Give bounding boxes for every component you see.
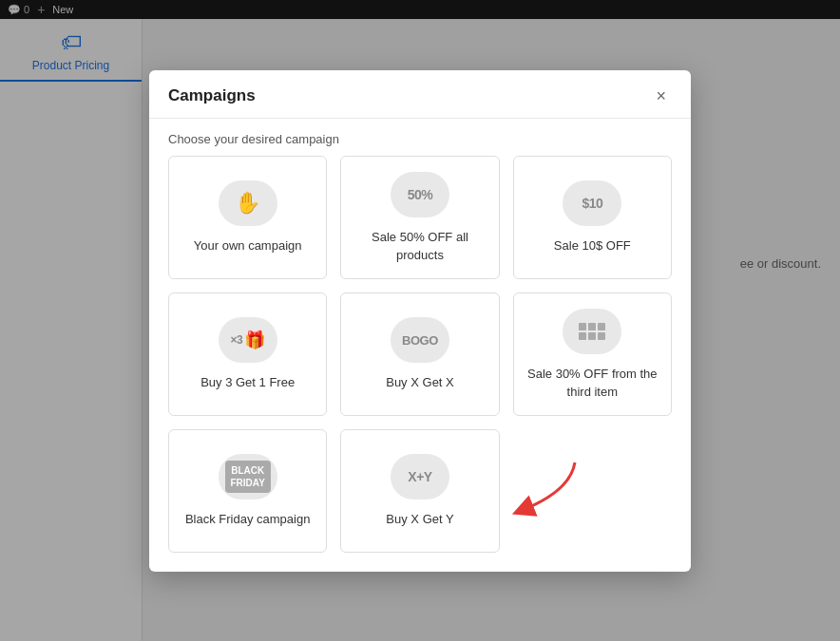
modal-subtitle: Choose your desired campaign — [149, 119, 691, 156]
campaign-icon-buy3: ×3 🎁 — [219, 317, 277, 363]
modal-header: Campaigns × — [149, 70, 691, 119]
arrow-svg — [494, 458, 580, 519]
campaign-card-sale50[interactable]: 50% Sale 50% OFF all products — [340, 156, 499, 279]
campaign-label-sale30: Sale 30% OFF from the third item — [525, 366, 659, 400]
campaign-label-bogo: Buy X Get X — [386, 374, 454, 391]
campaign-card-own[interactable]: Your own campaign — [168, 156, 327, 279]
campaign-card-buyxy[interactable]: X+Y Buy X Get Y — [340, 429, 499, 553]
campaign-label-blackfriday: Black Friday campaign — [185, 511, 311, 528]
dollar-icon: $10 — [582, 196, 602, 211]
grid-icon — [579, 323, 605, 340]
campaign-label-sale10: Sale 10$ OFF — [554, 237, 631, 255]
hand-icon — [235, 191, 260, 216]
blackfriday-icon: BLACKFRIDAY — [225, 461, 271, 493]
campaign-icon-sale10: $10 — [563, 180, 621, 226]
bogo-label: BOGO — [402, 333, 438, 348]
campaign-icon-own — [219, 180, 277, 226]
campaign-icon-blackfriday: BLACKFRIDAY — [219, 454, 277, 500]
campaign-card-blackfriday[interactable]: BLACKFRIDAY Black Friday campaign — [168, 429, 327, 553]
campaign-card-buy3[interactable]: ×3 🎁 Buy 3 Get 1 Free — [168, 292, 327, 416]
gift-badge: ×3 🎁 — [231, 330, 265, 350]
campaign-icon-sale30 — [563, 309, 621, 354]
campaign-grid: Your own campaign 50% Sale 50% OFF all p… — [168, 156, 672, 553]
campaign-label-buyxy: Buy X Get Y — [386, 511, 453, 528]
x3-label: ×3 — [231, 333, 243, 347]
campaign-label-own: Your own campaign — [194, 237, 302, 255]
campaign-card-bogo[interactable]: BOGO Buy X Get X — [340, 292, 499, 416]
campaigns-modal: Campaigns × Choose your desired campaign… — [149, 70, 691, 572]
percent-icon: 50% — [408, 187, 433, 202]
modal-body: Your own campaign 50% Sale 50% OFF all p… — [149, 156, 691, 572]
xy-label: X+Y — [408, 469, 431, 484]
campaign-card-sale30[interactable]: Sale 30% OFF from the third item — [513, 292, 672, 416]
campaign-icon-sale50: 50% — [391, 172, 449, 217]
campaign-label-sale50: Sale 50% OFF all products — [353, 229, 487, 263]
modal-title: Campaigns — [168, 86, 256, 105]
campaign-icon-bogo: BOGO — [391, 317, 449, 363]
campaign-label-buy3: Buy 3 Get 1 Free — [200, 374, 295, 391]
campaign-icon-buyxy: X+Y — [391, 454, 449, 500]
gift-icon: 🎁 — [244, 330, 265, 350]
modal-overlay: Campaigns × Choose your desired campaign… — [0, 0, 840, 641]
campaign-card-sale10[interactable]: $10 Sale 10$ OFF — [513, 156, 672, 279]
arrow-indicator — [494, 458, 580, 523]
close-button[interactable]: × — [650, 85, 672, 106]
